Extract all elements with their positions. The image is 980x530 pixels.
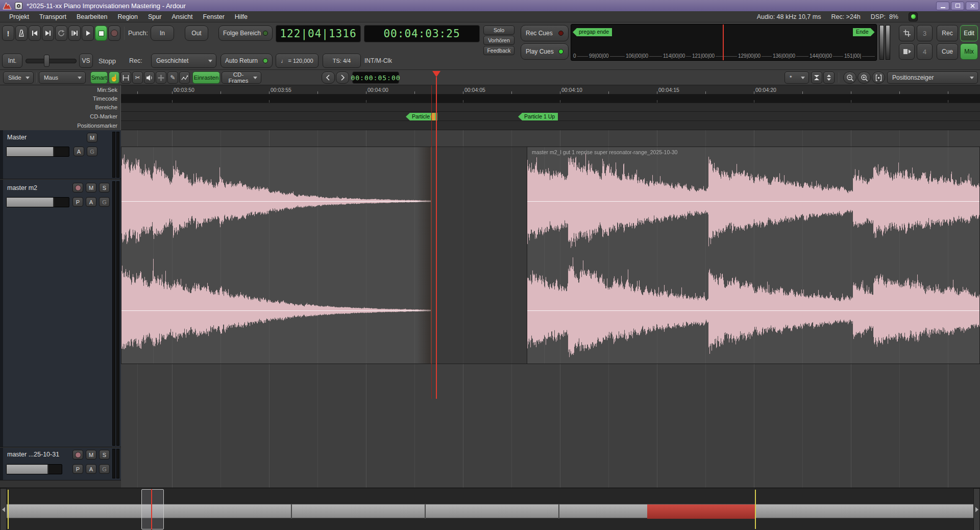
ruler-label-minsek[interactable]: Min:Sek	[0, 85, 120, 94]
ruler-label-bereiche[interactable]: Bereiche	[0, 103, 120, 112]
stop-button[interactable]	[95, 26, 107, 41]
zoom-focus-dropdown[interactable]: *	[785, 71, 809, 84]
record-enable-button[interactable]	[72, 450, 83, 460]
track-header-master[interactable]: Master M A G	[0, 130, 121, 179]
range-tool-button[interactable]	[120, 71, 131, 84]
shuttle-slider[interactable]	[26, 59, 77, 63]
track-name[interactable]: master ...25-10-31	[7, 451, 59, 458]
afl-button[interactable]: A	[86, 197, 96, 207]
menu-fenster[interactable]: Fenster	[198, 13, 229, 20]
audition-button[interactable]: Vorhören	[483, 36, 514, 45]
play-cues-button[interactable]: Play Cues	[521, 43, 569, 60]
menu-region[interactable]: Region	[112, 13, 143, 20]
ruler-label-timecode[interactable]: Timecode	[0, 94, 120, 103]
ruler-label-positionsmarker[interactable]: Positionsmarker	[0, 121, 120, 130]
tab-mix-button[interactable]: Mix	[960, 43, 978, 60]
ruler-minsek[interactable]: 00:03:50 00:03:55 00:04:00 00:04:05 00:0…	[121, 85, 980, 94]
summary-view-rectangle[interactable]	[141, 489, 164, 529]
zoom-to-session-button[interactable]	[872, 71, 885, 84]
smart-mode-button[interactable]: Smart	[90, 71, 108, 84]
audio-region-1[interactable]	[121, 147, 432, 364]
gain-automation-button[interactable]: G	[87, 147, 97, 156]
nudge-back-button[interactable]	[322, 71, 335, 84]
snap-mode-button[interactable]: Einrasten	[192, 71, 220, 84]
menu-hilfe[interactable]: Hilfe	[230, 13, 253, 20]
goto-start-button[interactable]	[29, 26, 41, 41]
record-mode-dropdown[interactable]: Geschichtet	[151, 54, 216, 68]
menu-bearbeiten[interactable]: Bearbeiten	[71, 13, 112, 20]
tab-edit-button[interactable]: Edit	[960, 25, 978, 41]
solo-button[interactable]: S	[99, 183, 110, 192]
zoom-in-button[interactable]	[857, 71, 871, 84]
play-range-button[interactable]	[68, 26, 81, 41]
window-app-icon[interactable]	[15, 2, 22, 10]
summary-scroll-right-button[interactable]	[973, 488, 980, 530]
track-header-master-m2[interactable]: master m2 M S P A G	[0, 180, 121, 447]
menu-spur[interactable]: Spur	[143, 13, 166, 20]
gain-fader[interactable]	[6, 464, 62, 474]
record-arm-button[interactable]	[108, 26, 120, 41]
mini-marker-pregap[interactable]: pregap ende	[573, 28, 612, 36]
grid-unit-dropdown[interactable]: CD-Frames	[222, 71, 261, 84]
bbt-clock[interactable]: 122|04|1316	[276, 25, 361, 42]
error-log-button[interactable]: !	[2, 26, 14, 41]
afl-button[interactable]: A	[74, 147, 84, 156]
mini-timeline[interactable]: pregap ende Ende 0 99|00|00 106|00|00 11…	[571, 24, 877, 61]
audio-region-2[interactable]: master m2_l gut 1 reprise super resonato…	[527, 147, 980, 364]
tab-cue-button[interactable]: Cue	[937, 43, 958, 60]
edit-point-dropdown[interactable]: Positionszeiger	[887, 71, 978, 84]
record-enable-button[interactable]	[72, 183, 83, 192]
ruler-cd-marker[interactable]: Particle 0 Particle 1 Up	[121, 112, 980, 121]
track-name[interactable]: Master	[7, 134, 27, 141]
play-button[interactable]	[82, 26, 94, 41]
mute-button[interactable]: M	[87, 133, 97, 142]
feedback-led-indicator[interactable]	[909, 12, 918, 21]
menu-projekt[interactable]: Projekt	[4, 13, 34, 20]
punch-in-button[interactable]: In	[151, 26, 174, 41]
loop-button[interactable]	[55, 26, 67, 41]
mute-button[interactable]: M	[86, 183, 96, 192]
follow-range-button[interactable]: Folge Bereich	[218, 26, 273, 41]
afl-button[interactable]: A	[86, 464, 96, 474]
cd-marker-particle1[interactable]: Particle 1 Up	[518, 113, 558, 121]
track-header-master-m3[interactable]: master ...25-10-31 M S P A G	[0, 448, 121, 480]
metronome-button[interactable]	[15, 26, 28, 41]
gain-automation-button[interactable]: G	[99, 197, 110, 207]
mini-marker-ende[interactable]: Ende	[853, 28, 875, 36]
meterbridge-button[interactable]	[899, 43, 915, 60]
timecode-clock[interactable]: 00:04:03:25	[364, 25, 480, 42]
track-name[interactable]: master m2	[7, 184, 37, 191]
pregap-silence-region[interactable]	[432, 147, 527, 364]
close-button[interactable]	[966, 2, 979, 10]
tab-3-button[interactable]: 3	[917, 25, 933, 41]
nudge-forward-button[interactable]	[336, 71, 349, 84]
summary-scroll-left-button[interactable]	[0, 488, 7, 530]
gain-fader[interactable]	[6, 197, 69, 207]
menu-transport[interactable]: Transport	[34, 13, 71, 20]
draw-tool-button[interactable]: ✎	[167, 71, 178, 84]
titlebar[interactable]: *2025-11-xx Piano Improvisationen Master…	[0, 0, 980, 11]
ruler-bereiche[interactable]	[121, 103, 980, 112]
ruler-positionsmarker[interactable]	[121, 121, 980, 130]
edit-mode-dropdown[interactable]: Slide	[3, 71, 34, 84]
tab-4-button[interactable]: 4	[917, 43, 933, 60]
edit-automation-tool-button[interactable]	[179, 71, 190, 84]
gain-automation-button[interactable]: G	[99, 464, 110, 474]
grab-tool-button[interactable]: ☝	[109, 71, 119, 84]
auto-return-button[interactable]: Auto Return	[220, 54, 273, 68]
ruler-label-cdmarker[interactable]: CD-Marker	[0, 112, 120, 121]
rec-cues-button[interactable]: Rec Cues	[521, 25, 569, 41]
playhead-handle[interactable]	[432, 71, 440, 77]
cut-tool-button[interactable]: ✂	[132, 71, 143, 84]
varispeed-button[interactable]: VS	[79, 54, 93, 68]
editor-canvas[interactable]: master m2_l gut 1 reprise super resonato…	[121, 130, 980, 488]
nudge-clock[interactable]: 00:00:05:00	[352, 71, 399, 84]
menu-ansicht[interactable]: Ansicht	[166, 13, 198, 20]
minimize-button[interactable]	[936, 2, 949, 10]
shuttle-slider-handle[interactable]	[44, 55, 50, 67]
gain-fader[interactable]	[6, 147, 69, 157]
tempo-button[interactable]: ♩ = 120,000	[276, 54, 318, 68]
goto-end-button[interactable]	[42, 26, 54, 41]
feedback-button[interactable]: Feedback	[483, 46, 514, 55]
solo-button[interactable]: Solo	[483, 26, 514, 35]
